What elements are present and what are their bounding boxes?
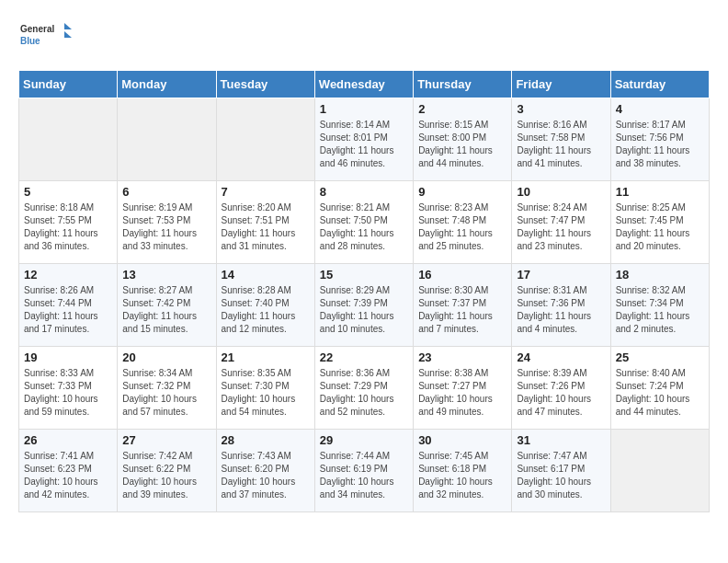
calendar-cell: 13Sunrise: 8:27 AMSunset: 7:42 PMDayligh… [118,264,216,347]
day-number: 31 [517,433,605,447]
day-info: Sunrise: 7:43 AMSunset: 6:20 PMDaylight:… [222,450,310,501]
calendar-cell: 31Sunrise: 7:47 AMSunset: 6:17 PMDayligh… [512,430,610,512]
day-number: 16 [418,268,506,282]
header-sunday: Sunday [19,71,118,98]
calendar-cell: 7Sunrise: 8:20 AMSunset: 7:51 PMDaylight… [216,181,314,264]
day-number: 26 [24,433,112,447]
header: General Blue [18,18,710,55]
day-info: Sunrise: 8:27 AMSunset: 7:42 PMDaylight:… [122,284,210,336]
calendar-cell: 14Sunrise: 8:28 AMSunset: 7:40 PMDayligh… [216,264,314,347]
header-friday: Friday [512,71,610,98]
svg-text:General: General [20,24,54,34]
calendar-cell: 1Sunrise: 8:14 AMSunset: 8:01 PMDaylight… [314,98,413,181]
day-number: 29 [320,433,408,447]
day-number: 9 [418,185,506,199]
day-info: Sunrise: 8:25 AMSunset: 7:45 PMDaylight:… [616,201,704,253]
calendar-cell: 9Sunrise: 8:23 AMSunset: 7:48 PMDaylight… [414,181,512,264]
day-info: Sunrise: 8:30 AMSunset: 7:37 PMDaylight:… [418,284,506,336]
day-info: Sunrise: 8:34 AMSunset: 7:32 PMDaylight:… [122,367,210,419]
day-number: 30 [418,433,506,447]
calendar-cell: 24Sunrise: 8:39 AMSunset: 7:26 PMDayligh… [512,347,610,430]
day-info: Sunrise: 8:35 AMSunset: 7:30 PMDaylight:… [222,367,310,419]
day-info: Sunrise: 8:28 AMSunset: 7:40 PMDaylight:… [222,284,310,336]
day-number: 1 [320,102,408,116]
day-info: Sunrise: 8:19 AMSunset: 7:53 PMDaylight:… [122,201,210,253]
day-info: Sunrise: 8:24 AMSunset: 7:47 PMDaylight:… [517,201,605,253]
day-number: 28 [222,433,310,447]
calendar-cell: 21Sunrise: 8:35 AMSunset: 7:30 PMDayligh… [216,347,314,430]
day-info: Sunrise: 8:14 AMSunset: 8:01 PMDaylight:… [320,119,408,170]
header-thursday: Thursday [414,71,512,98]
header-monday: Monday [118,71,216,98]
day-info: Sunrise: 8:38 AMSunset: 7:27 PMDaylight:… [418,367,506,419]
day-info: Sunrise: 8:26 AMSunset: 7:44 PMDaylight:… [24,284,112,336]
calendar-cell: 17Sunrise: 8:31 AMSunset: 7:36 PMDayligh… [512,264,610,347]
day-info: Sunrise: 8:16 AMSunset: 7:58 PMDaylight:… [517,119,605,170]
day-info: Sunrise: 8:21 AMSunset: 7:50 PMDaylight:… [320,201,408,253]
calendar-cell: 30Sunrise: 7:45 AMSunset: 6:18 PMDayligh… [414,430,512,512]
day-info: Sunrise: 8:36 AMSunset: 7:29 PMDaylight:… [320,367,408,419]
logo-svg: General Blue [18,18,74,55]
day-number: 15 [320,268,408,282]
calendar-table: SundayMondayTuesdayWednesdayThursdayFrid… [18,70,710,512]
day-info: Sunrise: 8:18 AMSunset: 7:55 PMDaylight:… [24,201,112,253]
day-number: 13 [122,268,210,282]
calendar-cell: 2Sunrise: 8:15 AMSunset: 8:00 PMDaylight… [414,98,512,181]
calendar-cell: 16Sunrise: 8:30 AMSunset: 7:37 PMDayligh… [414,264,512,347]
day-info: Sunrise: 8:31 AMSunset: 7:36 PMDaylight:… [517,284,605,336]
calendar-cell [118,98,216,181]
calendar-week-row: 12Sunrise: 8:26 AMSunset: 7:44 PMDayligh… [19,264,710,347]
day-number: 5 [24,185,112,199]
calendar-cell: 27Sunrise: 7:42 AMSunset: 6:22 PMDayligh… [118,430,216,512]
day-number: 10 [517,185,605,199]
day-info: Sunrise: 8:40 AMSunset: 7:24 PMDaylight:… [616,367,704,419]
calendar-cell: 10Sunrise: 8:24 AMSunset: 7:47 PMDayligh… [512,181,610,264]
calendar-week-row: 26Sunrise: 7:41 AMSunset: 6:23 PMDayligh… [19,430,710,512]
day-number: 23 [418,350,506,364]
svg-text:Blue: Blue [20,36,40,46]
day-number: 17 [517,268,605,282]
calendar-cell: 20Sunrise: 8:34 AMSunset: 7:32 PMDayligh… [118,347,216,430]
calendar-cell [19,98,118,181]
header-wednesday: Wednesday [314,71,413,98]
day-number: 8 [320,185,408,199]
calendar-cell: 28Sunrise: 7:43 AMSunset: 6:20 PMDayligh… [216,430,314,512]
header-tuesday: Tuesday [216,71,314,98]
day-info: Sunrise: 7:47 AMSunset: 6:17 PMDaylight:… [517,450,605,501]
day-number: 24 [517,350,605,364]
calendar-cell: 23Sunrise: 8:38 AMSunset: 7:27 PMDayligh… [414,347,512,430]
day-number: 2 [418,102,506,116]
calendar-cell: 19Sunrise: 8:33 AMSunset: 7:33 PMDayligh… [19,347,118,430]
day-info: Sunrise: 7:42 AMSunset: 6:22 PMDaylight:… [122,450,210,501]
calendar-cell: 4Sunrise: 8:17 AMSunset: 7:56 PMDaylight… [610,98,709,181]
day-info: Sunrise: 8:29 AMSunset: 7:39 PMDaylight:… [320,284,408,336]
day-number: 6 [122,185,210,199]
calendar-cell: 11Sunrise: 8:25 AMSunset: 7:45 PMDayligh… [610,181,709,264]
day-info: Sunrise: 7:45 AMSunset: 6:18 PMDaylight:… [418,450,506,501]
day-number: 27 [122,433,210,447]
day-number: 14 [222,268,310,282]
calendar-header-row: SundayMondayTuesdayWednesdayThursdayFrid… [19,71,710,98]
calendar-cell: 25Sunrise: 8:40 AMSunset: 7:24 PMDayligh… [610,347,709,430]
logo: General Blue [18,18,74,55]
day-info: Sunrise: 8:20 AMSunset: 7:51 PMDaylight:… [222,201,310,253]
calendar-cell: 18Sunrise: 8:32 AMSunset: 7:34 PMDayligh… [610,264,709,347]
calendar-week-row: 1Sunrise: 8:14 AMSunset: 8:01 PMDaylight… [19,98,710,181]
calendar-cell: 5Sunrise: 8:18 AMSunset: 7:55 PMDaylight… [19,181,118,264]
day-number: 22 [320,350,408,364]
calendar-week-row: 5Sunrise: 8:18 AMSunset: 7:55 PMDaylight… [19,181,710,264]
day-number: 11 [616,185,704,199]
day-number: 20 [122,350,210,364]
day-info: Sunrise: 8:39 AMSunset: 7:26 PMDaylight:… [517,367,605,419]
day-number: 12 [24,268,112,282]
header-saturday: Saturday [610,71,709,98]
day-info: Sunrise: 7:44 AMSunset: 6:19 PMDaylight:… [320,450,408,501]
calendar-cell: 15Sunrise: 8:29 AMSunset: 7:39 PMDayligh… [314,264,413,347]
calendar-week-row: 19Sunrise: 8:33 AMSunset: 7:33 PMDayligh… [19,347,710,430]
calendar-cell: 3Sunrise: 8:16 AMSunset: 7:58 PMDaylight… [512,98,610,181]
day-number: 19 [24,350,112,364]
day-number: 21 [222,350,310,364]
calendar-cell [216,98,314,181]
calendar-cell: 29Sunrise: 7:44 AMSunset: 6:19 PMDayligh… [314,430,413,512]
day-info: Sunrise: 7:41 AMSunset: 6:23 PMDaylight:… [24,450,112,501]
